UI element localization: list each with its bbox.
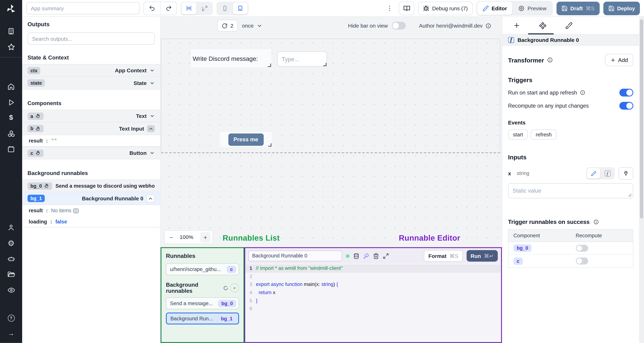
chevron-down-icon[interactable] <box>150 68 155 73</box>
add-transformer-button[interactable]: Add <box>605 54 633 66</box>
app-summary-input[interactable] <box>26 2 140 14</box>
preview-eye-icon <box>518 5 524 11</box>
runs-play-icon[interactable] <box>0 94 22 110</box>
textinput-component[interactable] <box>277 51 327 66</box>
recompute-any-toggle[interactable] <box>620 102 634 110</box>
chevron-down-icon[interactable] <box>150 150 155 156</box>
desktop-view-button[interactable] <box>233 2 248 14</box>
dollar-icon[interactable]: $ <box>0 110 22 126</box>
a-badge: a <box>28 112 44 120</box>
expand-icon[interactable] <box>383 253 389 259</box>
result-value: "" <box>51 138 57 144</box>
help-icon[interactable]: ? <box>0 310 22 326</box>
output-row-ctx[interactable]: ctx App Context <box>22 64 160 77</box>
plug-icon <box>623 170 629 176</box>
ai-wand-icon[interactable] <box>363 253 369 259</box>
tab-editor[interactable]: Editor <box>477 2 512 15</box>
resources-boxes-icon[interactable] <box>0 126 22 141</box>
c-recompute-toggle[interactable] <box>576 258 588 264</box>
hide-bar-toggle[interactable] <box>392 22 406 30</box>
chevron-down-icon[interactable] <box>150 80 155 86</box>
selected-runnable-header[interactable]: f Background Runnable 0 <box>502 34 639 46</box>
output-row-a[interactable]: a Text <box>22 110 160 122</box>
bg0-recompute-toggle[interactable] <box>576 244 588 252</box>
more-menu-button[interactable]: ⋮ <box>384 4 395 12</box>
resize-handle[interactable] <box>268 64 271 67</box>
home-icon[interactable] <box>0 79 22 94</box>
output-row-state[interactable]: state State <box>22 77 160 90</box>
resize-handle[interactable] <box>268 144 272 147</box>
favorites-star-icon[interactable] <box>0 39 22 55</box>
add-bg-runnable-button[interactable] <box>230 283 239 292</box>
event-chip-refresh[interactable]: refresh <box>531 130 556 140</box>
deploy-button[interactable]: Deploy <box>603 2 640 15</box>
center-align-icon <box>186 5 192 12</box>
scrollbar-thumb[interactable] <box>640 19 643 218</box>
code-editor[interactable]: 1// import * as wmill from "windmill-cli… <box>245 264 501 342</box>
undo-button[interactable] <box>144 2 160 14</box>
settings-gear-icon[interactable]: ⚙ <box>0 235 22 251</box>
layout-group <box>181 2 213 15</box>
run-button[interactable]: Run ⌘↵ <box>466 250 498 262</box>
schedule-dropdown[interactable]: once <box>242 23 262 29</box>
output-row-c[interactable]: c Button <box>22 147 160 159</box>
component-settings-tab[interactable] <box>539 22 547 30</box>
canvas-grid[interactable]: Write Discord message: Press me − 100% <box>160 34 502 247</box>
expression-mode-button[interactable]: f <box>601 168 614 179</box>
press-me-button[interactable]: Press me <box>228 133 264 146</box>
output-row-bg0[interactable]: bg_0 Send a message to discord using web… <box>22 180 160 192</box>
styling-tab[interactable] <box>565 22 572 29</box>
runnable-name-input[interactable] <box>248 250 342 261</box>
zoom-out-button[interactable]: − <box>170 234 173 240</box>
mobile-view-button[interactable] <box>217 2 232 14</box>
audit-eye-icon[interactable] <box>0 282 22 298</box>
zoom-in-button[interactable]: + <box>200 232 211 242</box>
redo-button[interactable] <box>160 2 176 14</box>
c-badge: c <box>514 257 523 265</box>
output-row-bg1[interactable]: bg_1 Background Runnable 0 <box>22 192 160 205</box>
search-outputs-input[interactable] <box>28 32 155 45</box>
folder-open-icon[interactable] <box>0 266 22 282</box>
run-on-start-toggle[interactable] <box>620 89 634 96</box>
output-row-b[interactable]: b Text Input <box>22 122 160 135</box>
code-line-5: } <box>256 297 258 305</box>
event-chip-start[interactable]: start <box>508 130 528 140</box>
text-component[interactable]: Write Discord message: <box>191 49 272 68</box>
page-scrollbar[interactable] <box>639 17 644 343</box>
center-align-button[interactable] <box>182 2 196 14</box>
docs-button[interactable] <box>399 2 414 15</box>
runnable-item-script[interactable]: u/henri/scrape_githu... c <box>166 263 239 275</box>
schedules-calendar-icon[interactable] <box>0 141 22 157</box>
runnable-item-bg0[interactable]: Send a message... bg_0 <box>166 298 239 309</box>
delete-trash-icon[interactable] <box>373 253 379 259</box>
static-value-input[interactable]: Static value <box>508 183 633 198</box>
debug-runs-button[interactable]: Debug runs (7) <box>418 2 473 15</box>
chevron-down-icon[interactable] <box>150 113 155 119</box>
draft-button[interactable]: Draft ⌘S <box>556 2 600 15</box>
workers-robot-icon[interactable] <box>0 251 22 266</box>
workspace-building-icon[interactable] <box>0 24 22 39</box>
a-type: Text <box>136 113 147 119</box>
tab-preview[interactable]: Preview <box>513 2 552 15</box>
resize-grip-icon[interactable] <box>628 194 632 197</box>
refresh-icon <box>222 23 228 28</box>
format-button[interactable]: Format ⌘S <box>424 250 463 262</box>
canvas-text-input[interactable] <box>277 51 327 66</box>
static-mode-button[interactable] <box>587 168 600 179</box>
connect-plug-button[interactable] <box>618 167 633 180</box>
chevron-up-icon[interactable] <box>147 125 155 132</box>
cache-database-icon[interactable] <box>353 253 359 259</box>
fullscreen-button[interactable] <box>197 2 212 14</box>
info-icon <box>547 57 553 63</box>
runnable-item-bg1-selected[interactable]: Background Run... bg_1 <box>166 312 239 324</box>
refresh-count-button[interactable]: 2 <box>217 20 238 32</box>
deploy-label: Deploy <box>617 5 635 11</box>
resize-handle[interactable] <box>323 63 326 66</box>
chevron-up-icon[interactable] <box>146 194 155 202</box>
insert-component-tab[interactable] <box>513 22 520 29</box>
button-component[interactable]: Press me <box>220 132 272 147</box>
collapse-arrow-right-icon[interactable]: → <box>0 326 22 341</box>
laptop-icon <box>237 5 244 12</box>
user-icon[interactable] <box>0 220 22 235</box>
windmill-logo-icon[interactable] <box>6 4 16 14</box>
